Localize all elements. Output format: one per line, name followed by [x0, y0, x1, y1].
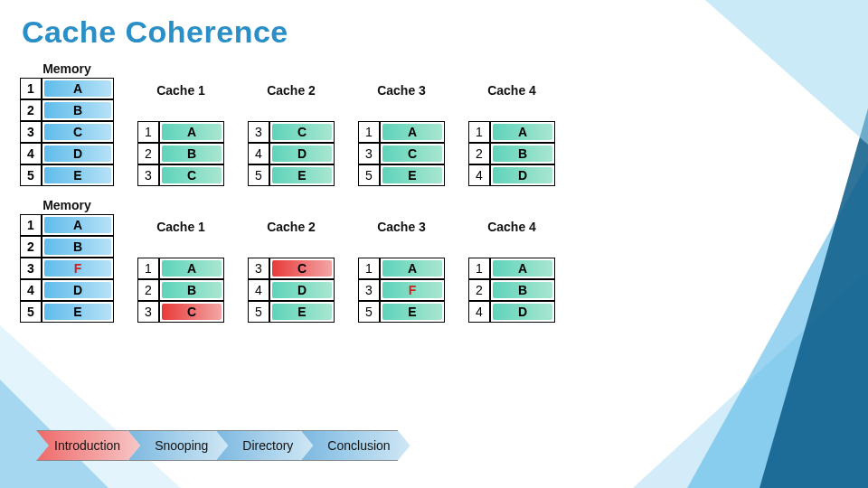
cache-table: Cache 31A3F5E: [358, 197, 445, 323]
row-value: D: [269, 279, 335, 301]
table-header: Cache 2: [248, 197, 335, 258]
breadcrumb-nav: IntroductionSnoopingDirectoryConclusion: [36, 430, 410, 461]
cache-table: Cache 11A2B3C: [137, 197, 224, 323]
memory-table: Memory1A2B3C4D5E: [20, 61, 114, 186]
table-row: 3F: [20, 258, 114, 279]
row-value: B: [42, 99, 114, 121]
table-row: 2B: [20, 99, 114, 121]
table-row: 4D: [20, 279, 114, 301]
row-value: A: [42, 214, 114, 236]
row-index: 5: [248, 164, 269, 186]
nav-step[interactable]: Snooping: [127, 430, 228, 461]
table-row: 4D: [248, 279, 335, 301]
table-header: Cache 1: [137, 61, 224, 121]
row-index: 3: [137, 164, 159, 186]
row-index: 2: [20, 99, 42, 121]
table-row: 3C: [20, 121, 114, 143]
nav-step[interactable]: Directory: [215, 430, 313, 461]
top-tables-row: Memory1A2B3C4D5ECache 11A2B3CCache 23C4D…: [18, 61, 850, 186]
row-value: A: [42, 78, 114, 99]
row-value: E: [269, 301, 335, 323]
table-header: Memory: [20, 197, 114, 214]
row-index: 1: [358, 121, 380, 143]
table-row: 5E: [358, 301, 445, 323]
table-row: 4D: [468, 164, 555, 186]
table-row: 1A: [358, 258, 445, 279]
row-value: D: [42, 143, 114, 164]
row-index: 4: [468, 301, 490, 323]
table-row: 2B: [468, 143, 555, 164]
table-row: 3F: [358, 279, 445, 301]
row-index: 1: [468, 258, 490, 279]
row-index: 3: [20, 121, 42, 143]
row-index: 4: [248, 143, 269, 164]
nav-step[interactable]: Introduction: [36, 430, 140, 461]
row-value: E: [42, 301, 114, 323]
table-row: 5E: [248, 301, 335, 323]
row-index: 1: [20, 78, 42, 99]
row-index: 2: [137, 143, 159, 164]
table-row: 4D: [248, 143, 335, 164]
row-index: 3: [358, 143, 380, 164]
row-index: 3: [248, 121, 269, 143]
row-index: 3: [358, 279, 380, 301]
row-value: A: [490, 121, 555, 143]
table-row: 3C: [358, 143, 445, 164]
row-value: B: [490, 143, 555, 164]
row-index: 4: [20, 279, 42, 301]
row-value: E: [269, 164, 335, 186]
row-value: C: [269, 121, 335, 143]
table-row: 5E: [20, 301, 114, 323]
table-row: 3C: [137, 164, 224, 186]
nav-step[interactable]: Conclusion: [300, 430, 410, 461]
cache-table: Cache 23C4D5E: [248, 61, 335, 186]
row-index: 4: [20, 143, 42, 164]
row-index: 4: [468, 164, 490, 186]
row-index: 2: [20, 236, 42, 258]
cache-table: Cache 41A2B4D: [468, 61, 555, 186]
page-title: Cache Coherence: [22, 14, 850, 50]
bottom-tables-row: Memory1A2B3F4D5ECache 11A2B3CCache 23C4D…: [18, 197, 850, 323]
table-header: Cache 3: [358, 61, 445, 121]
cache-table: Cache 41A2B4D: [468, 197, 555, 323]
table-row: 4D: [468, 301, 555, 323]
table-row: 1A: [468, 121, 555, 143]
table-row: 1A: [20, 214, 114, 236]
memory-table: Memory1A2B3F4D5E: [20, 197, 114, 323]
row-value: D: [490, 164, 555, 186]
row-value: E: [380, 301, 445, 323]
row-index: 4: [248, 279, 269, 301]
row-index: 2: [468, 279, 490, 301]
row-value: B: [42, 236, 114, 258]
row-index: 3: [20, 258, 42, 279]
row-value: A: [159, 121, 224, 143]
table-row: 1A: [20, 78, 114, 99]
row-value: B: [159, 143, 224, 164]
table-header: Cache 1: [137, 197, 224, 258]
row-value: C: [42, 121, 114, 143]
row-value: A: [380, 121, 445, 143]
table-row: 5E: [248, 164, 335, 186]
row-value: E: [380, 164, 445, 186]
table-row: 1A: [358, 121, 445, 143]
row-index: 1: [468, 121, 490, 143]
row-value: F: [380, 279, 445, 301]
row-value: C: [380, 143, 445, 164]
row-value: A: [380, 258, 445, 279]
table-header: Cache 4: [468, 61, 555, 121]
table-row: 2B: [20, 236, 114, 258]
row-value: D: [490, 301, 555, 323]
row-value: F: [42, 258, 114, 279]
row-index: 3: [137, 301, 159, 323]
row-value: C: [159, 164, 224, 186]
table-row: 3C: [248, 121, 335, 143]
table-row: 3C: [248, 258, 335, 279]
row-value: D: [42, 279, 114, 301]
cache-table: Cache 31A3C5E: [358, 61, 445, 186]
row-index: 5: [358, 164, 380, 186]
table-row: 5E: [20, 164, 114, 186]
row-index: 1: [20, 214, 42, 236]
table-row: 2B: [137, 279, 224, 301]
row-index: 1: [358, 258, 380, 279]
row-index: 5: [358, 301, 380, 323]
